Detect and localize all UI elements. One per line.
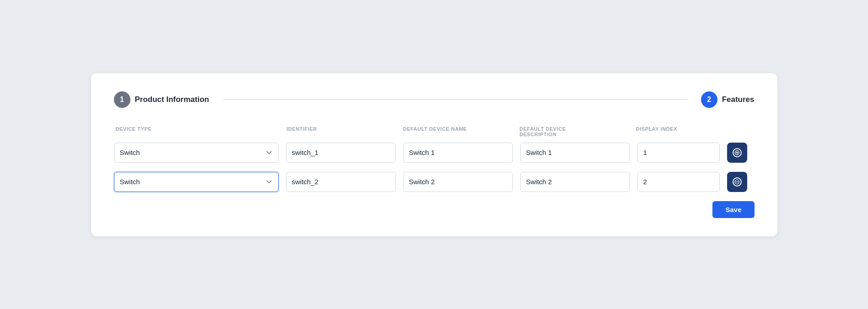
table-row: Switch Router Hub Access Point ⊖: [114, 172, 755, 192]
device-name-input-1[interactable]: [403, 143, 513, 163]
add-icon: ⊕: [733, 148, 742, 157]
stepper-line: [223, 99, 687, 100]
display-index-input-2[interactable]: [637, 172, 720, 192]
step-1-label: Product Information: [135, 95, 209, 104]
table-row: Switch Router Hub Access Point ⊕: [114, 143, 755, 163]
col-default-device-description: DEFAULT DEVICEDESCRIPTION: [519, 126, 628, 137]
step-2: 2 Features: [701, 91, 755, 108]
step-2-label: Features: [722, 95, 755, 104]
col-display-index: DISPLAY INDEX: [636, 126, 718, 137]
step-1-circle: 1: [114, 91, 130, 108]
step-1: 1 Product Information: [114, 91, 209, 108]
save-area: Save: [114, 201, 755, 218]
step-1-number: 1: [120, 96, 124, 104]
step-2-number: 2: [707, 96, 711, 104]
device-name-input-2[interactable]: [403, 172, 513, 192]
device-type-select-1[interactable]: Switch Router Hub Access Point: [114, 143, 279, 163]
remove-icon: ⊖: [733, 177, 742, 186]
display-index-input-1[interactable]: [637, 143, 720, 163]
device-description-input-1[interactable]: [520, 143, 630, 163]
device-type-select-2[interactable]: Switch Router Hub Access Point: [114, 172, 279, 192]
col-actions: [725, 126, 753, 137]
table-headers: DEVICE TYPE IDENTIFIER DEFAULT DEVICE NA…: [114, 126, 755, 137]
col-default-device-name: DEFAULT DEVICE NAME: [403, 126, 512, 137]
col-identifier: IDENTIFIER: [286, 126, 395, 137]
device-description-input-2[interactable]: [520, 172, 630, 192]
main-card: 1 Product Information 2 Features DEVICE …: [91, 73, 777, 236]
stepper: 1 Product Information 2 Features: [114, 91, 755, 108]
step-2-circle: 2: [701, 91, 717, 108]
col-device-type: DEVICE TYPE: [116, 126, 280, 137]
identifier-input-2[interactable]: [286, 172, 396, 192]
remove-row-button[interactable]: ⊖: [727, 172, 747, 192]
add-row-button[interactable]: ⊕: [727, 143, 747, 163]
identifier-input-1[interactable]: [286, 143, 396, 163]
save-button[interactable]: Save: [712, 201, 754, 218]
